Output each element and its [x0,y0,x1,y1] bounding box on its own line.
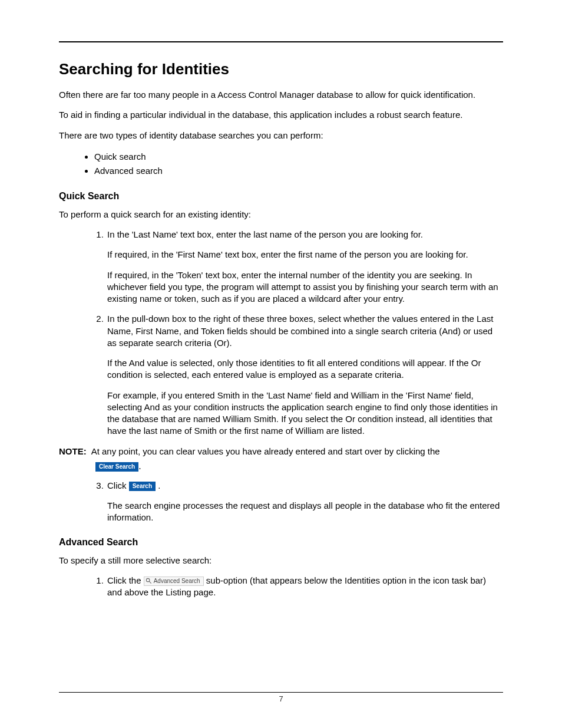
list-item: Advanced search [94,164,503,178]
step-tail: . [158,480,160,490]
step-subtext: If the And value is selected, only those… [107,357,503,381]
step-subtext: The search engine processes the request … [107,500,503,524]
intro-para-1: Often there are far too many people in a… [59,89,503,101]
quick-search-steps-cont: Click Search . The search engine process… [59,480,503,524]
quick-search-heading: Quick Search [59,191,503,202]
advanced-search-steps: Click the Advanced Search sub-option (th… [59,575,503,599]
step-text: Click the [107,575,144,585]
search-button[interactable]: Search [129,482,156,491]
bottom-rule [59,692,503,693]
note-row: NOTE: At any point, you can clear values… [59,446,503,457]
step-subtext: For example, if you entered Smith in the… [107,390,503,437]
quick-search-lead: To perform a quick search for an existin… [59,209,503,220]
clear-search-button[interactable]: Clear Search [95,462,138,472]
list-item: Quick search [94,150,503,164]
magnifier-icon [146,578,152,584]
advanced-search-suboption[interactable]: Advanced Search [144,577,204,586]
step-3: Click Search . The search engine process… [106,480,503,524]
advanced-search-heading: Advanced Search [59,537,503,548]
step-1: Click the Advanced Search sub-option (th… [106,575,503,599]
step-subtext: If required, in the 'First Name' text bo… [107,249,503,261]
top-rule [59,41,503,42]
step-2: In the pull-down box to the right of the… [106,313,503,437]
page-title: Searching for Identities [59,60,503,78]
step-text: In the 'Last Name' text box, enter the l… [107,229,423,239]
svg-point-0 [146,579,150,582]
note-body: At any point, you can clear values you h… [91,446,503,457]
note-label: NOTE: [59,446,91,457]
step-text: Click [107,480,129,490]
step-1: In the 'Last Name' text box, enter the l… [106,229,503,305]
search-types-list: Quick search Advanced search [59,150,503,178]
intro-para-2: To aid in finding a particular individua… [59,109,503,121]
page-number: 7 [0,694,562,703]
advanced-search-label: Advanced Search [154,578,200,585]
step-text: In the pull-down box to the right of the… [107,314,493,348]
advanced-search-lead: To specify a still more selective search… [59,555,503,566]
step-subtext: If required, in the 'Token' text box, en… [107,269,503,305]
note-tail: . [138,461,141,471]
quick-search-steps: In the 'Last Name' text box, enter the l… [59,229,503,437]
note-text: At any point, you can clear values you h… [91,446,440,456]
svg-line-1 [149,581,151,583]
intro-para-3: There are two types of identity database… [59,130,503,141]
